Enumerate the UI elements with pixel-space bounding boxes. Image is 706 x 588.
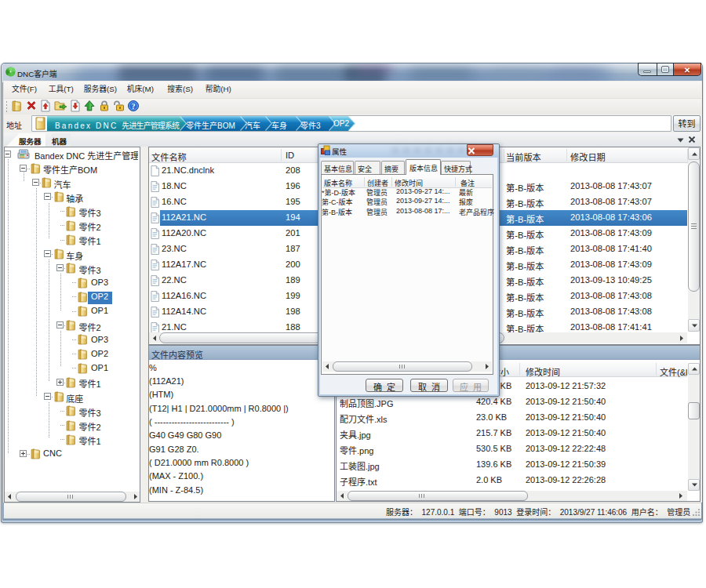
svg-text:?: ? — [132, 102, 136, 111]
